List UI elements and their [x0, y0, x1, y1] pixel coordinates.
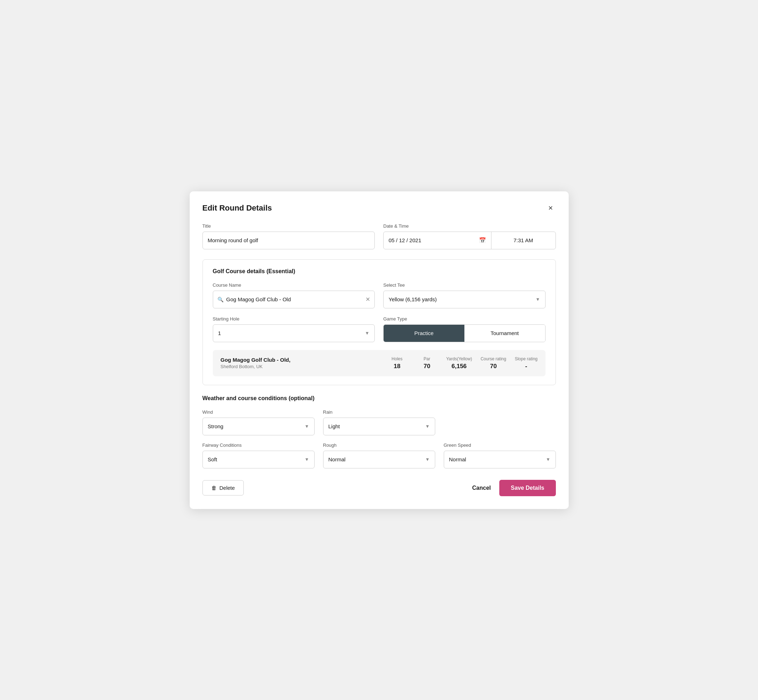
holes-label: Holes [392, 356, 402, 361]
title-input[interactable] [202, 231, 375, 249]
select-tee-dropdown[interactable]: Yellow (6,156 yards) ▼ [383, 291, 545, 308]
time-text: 7:31 AM [514, 237, 533, 243]
search-icon: 🔍 [218, 297, 224, 302]
fairway-value: Soft [208, 456, 305, 462]
par-label: Par [423, 356, 430, 361]
par-stat: Par 70 [417, 356, 438, 370]
weather-title: Weather and course conditions (optional) [202, 395, 556, 402]
starting-hole-value: 1 [218, 330, 365, 336]
course-rating-stat: Course rating 70 [481, 356, 506, 370]
calendar-icon: 📅 [479, 237, 486, 244]
select-tee-group: Select Tee Yellow (6,156 yards) ▼ [383, 283, 545, 308]
tournament-button[interactable]: Tournament [464, 325, 545, 342]
wind-group: Wind Strong ▼ [202, 409, 315, 435]
course-info-row: Gog Magog Golf Club - Old, Shelford Bott… [213, 350, 545, 376]
starting-hole-group: Starting Hole 1 ▼ [213, 316, 375, 342]
modal-header: Edit Round Details × [202, 203, 556, 213]
fairway-dropdown[interactable]: Soft ▼ [202, 451, 315, 469]
course-rating-value: 70 [490, 363, 497, 370]
wind-label: Wind [202, 409, 315, 415]
slope-rating-stat: Slope rating - [515, 356, 537, 370]
chevron-down-icon: ▼ [305, 457, 309, 462]
select-tee-label: Select Tee [383, 283, 545, 288]
datetime-label: Date & Time [383, 223, 556, 229]
green-speed-group: Green Speed Normal ▼ [444, 442, 556, 469]
practice-button[interactable]: Practice [384, 325, 464, 342]
starting-hole-label: Starting Hole [213, 316, 375, 322]
fairway-rough-green-row: Fairway Conditions Soft ▼ Rough Normal ▼… [202, 442, 556, 469]
date-text: 05 / 12 / 2021 [388, 237, 475, 243]
title-field-group: Title [202, 223, 375, 249]
yards-value: 6,156 [452, 363, 467, 370]
holes-value: 18 [393, 363, 400, 370]
course-rating-label: Course rating [481, 356, 506, 361]
weather-spacer [444, 409, 556, 435]
edit-round-modal: Edit Round Details × Title Date & Time 0… [190, 191, 568, 509]
slope-rating-value: - [525, 363, 528, 370]
green-speed-label: Green Speed [444, 442, 556, 448]
rain-dropdown[interactable]: Light ▼ [323, 417, 435, 435]
chevron-down-icon: ▼ [536, 297, 540, 302]
wind-value: Strong [208, 423, 305, 429]
delete-label: Delete [219, 485, 235, 491]
chevron-down-icon: ▼ [425, 423, 430, 429]
modal-title: Edit Round Details [202, 203, 272, 213]
rough-value: Normal [329, 456, 425, 462]
chevron-down-icon: ▼ [305, 423, 309, 429]
footer-right: Cancel Save Details [472, 480, 556, 496]
starting-hole-gametype-row: Starting Hole 1 ▼ Game Type Practice Tou… [213, 316, 545, 342]
top-row: Title Date & Time 05 / 12 / 2021 📅 7:31 … [202, 223, 556, 249]
golf-course-title: Golf Course details (Essential) [213, 268, 545, 275]
clear-course-button[interactable]: ✕ [365, 296, 370, 303]
rain-value: Light [329, 423, 425, 429]
select-tee-value: Yellow (6,156 yards) [388, 296, 536, 302]
trash-icon: 🗑 [211, 485, 217, 491]
green-speed-dropdown[interactable]: Normal ▼ [444, 451, 556, 469]
datetime-fields: 05 / 12 / 2021 📅 7:31 AM [383, 231, 556, 249]
rain-group: Rain Light ▼ [323, 409, 435, 435]
cancel-button[interactable]: Cancel [472, 485, 491, 491]
time-input[interactable]: 7:31 AM [492, 232, 556, 249]
game-type-label: Game Type [383, 316, 545, 322]
par-value: 70 [423, 363, 430, 370]
course-name-input[interactable] [226, 291, 363, 308]
weather-section: Weather and course conditions (optional)… [202, 395, 556, 469]
course-name-label: Course Name [213, 283, 375, 288]
close-button[interactable]: × [545, 203, 556, 213]
rough-dropdown[interactable]: Normal ▼ [323, 451, 435, 469]
course-name-group: Course Name 🔍 ✕ [213, 283, 375, 308]
starting-hole-dropdown[interactable]: 1 ▼ [213, 324, 375, 342]
course-info-location: Shelford Bottom, UK [221, 364, 378, 369]
modal-footer: 🗑 Delete Cancel Save Details [202, 480, 556, 496]
wind-dropdown[interactable]: Strong ▼ [202, 417, 315, 435]
datetime-field-group: Date & Time 05 / 12 / 2021 📅 7:31 AM [383, 223, 556, 249]
course-info-name-block: Gog Magog Golf Club - Old, Shelford Bott… [221, 357, 378, 369]
rough-label: Rough [323, 442, 435, 448]
yards-label: Yards(Yellow) [446, 356, 472, 361]
green-speed-value: Normal [449, 456, 546, 462]
yards-stat: Yards(Yellow) 6,156 [446, 356, 472, 370]
save-button[interactable]: Save Details [499, 480, 556, 496]
game-type-group: Game Type Practice Tournament [383, 316, 545, 342]
course-name-input-wrap[interactable]: 🔍 ✕ [213, 291, 375, 308]
slope-rating-label: Slope rating [515, 356, 537, 361]
rough-group: Rough Normal ▼ [323, 442, 435, 469]
wind-rain-row: Wind Strong ▼ Rain Light ▼ [202, 409, 556, 435]
delete-button[interactable]: 🗑 Delete [202, 480, 244, 495]
chevron-down-icon: ▼ [365, 330, 370, 336]
fairway-label: Fairway Conditions [202, 442, 315, 448]
date-input[interactable]: 05 / 12 / 2021 📅 [384, 232, 492, 249]
course-info-name: Gog Magog Golf Club - Old, [221, 357, 378, 363]
rain-label: Rain [323, 409, 435, 415]
title-label: Title [202, 223, 375, 229]
chevron-down-icon: ▼ [425, 457, 430, 462]
course-name-tee-row: Course Name 🔍 ✕ Select Tee Yellow (6,156… [213, 283, 545, 308]
game-type-toggle: Practice Tournament [383, 324, 545, 342]
fairway-group: Fairway Conditions Soft ▼ [202, 442, 315, 469]
chevron-down-icon: ▼ [546, 457, 551, 462]
holes-stat: Holes 18 [387, 356, 408, 370]
golf-course-section: Golf Course details (Essential) Course N… [202, 259, 556, 385]
